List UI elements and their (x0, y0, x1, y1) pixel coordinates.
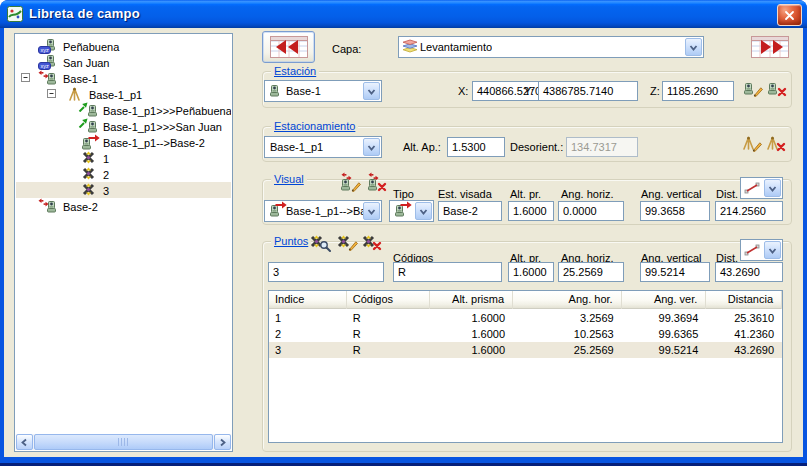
layers-icon (402, 39, 420, 55)
puntos-ang-vertical-field[interactable]: 99.5214 (640, 262, 710, 282)
visual-combobox[interactable]: Base-1_p1-->Base-2 (264, 200, 382, 222)
tree-item-label: Base-1_p1 (89, 87, 142, 103)
estacionamiento-dropdown-button[interactable] (363, 138, 380, 156)
station-green-arrow-icon (78, 102, 101, 118)
column-header-alt-prisma[interactable]: Alt. prisma (430, 291, 513, 309)
tree-item-san-juan[interactable]: xyzSan Juan (16, 54, 231, 70)
tree-item-label: Base-1_p1>>>San Juan (103, 119, 222, 135)
table-cell: 99.6365 (622, 326, 707, 342)
tree-item-3[interactable]: 3 (16, 182, 231, 198)
table-cell: 25.2569 (513, 342, 622, 358)
puntos-alt-pr-field[interactable]: 1.6000 (508, 262, 554, 282)
column-header-indice[interactable]: Indice (269, 291, 347, 309)
expander-minus-icon[interactable] (47, 89, 56, 98)
desorient-label: Desorient.: (510, 141, 563, 153)
puntos-dist-type-combobox[interactable] (740, 239, 783, 261)
desorient-field: 134.7317 (566, 137, 638, 157)
find-point-button[interactable] (310, 235, 334, 254)
column-header-ang-ver[interactable]: Ang. ver. (622, 291, 707, 309)
next-station-button[interactable] (747, 32, 793, 62)
estacion-combobox[interactable]: Base-1 (264, 80, 382, 102)
y-label: Y: (524, 85, 534, 97)
edit-station-button[interactable] (742, 81, 766, 100)
delete-estacionamiento-button[interactable] (766, 136, 790, 155)
visual-dropdown-button[interactable] (363, 202, 380, 220)
edit-estacionamiento-button[interactable] (742, 136, 766, 155)
tipo-combobox[interactable] (389, 200, 434, 222)
tree-item-base-1-p1-pe-abuena[interactable]: Base-1_p1>>>Peñabuena (16, 102, 231, 118)
table-cell: 10.2563 (513, 326, 622, 342)
station-icon (268, 83, 286, 99)
delete-station-button[interactable] (766, 81, 790, 100)
column-header-c-digos[interactable]: Códigos (347, 291, 431, 309)
slope-distance-icon (744, 182, 760, 194)
table-row[interactable]: 2R1.600010.256399.636541.2360 (269, 326, 782, 342)
tree-item-base-1[interactable]: Base-1 (16, 70, 231, 86)
delete-point-button[interactable] (362, 235, 386, 254)
tree-item-base-1-p1-san-juan[interactable]: Base-1_p1>>>San Juan (16, 118, 231, 134)
tree-item-label: Peñabuena (63, 39, 119, 55)
estacion-group-label: Estación (271, 65, 319, 77)
tree-item-base-2[interactable]: Base-2 (16, 198, 231, 214)
puntos-dist-type-dropdown-button[interactable] (764, 241, 781, 259)
y-field[interactable]: 4386785.7140 (538, 81, 638, 101)
scroll-left-button[interactable] (16, 434, 33, 450)
table-cell: 25.3610 (706, 310, 782, 326)
z-field[interactable]: 1185.2690 (662, 81, 734, 101)
edit-point-button[interactable] (337, 235, 361, 254)
pencil-icon (752, 86, 764, 98)
pencil-icon (347, 240, 359, 252)
tree-item-2[interactable]: 2 (16, 166, 231, 182)
puntos-ang-horiz-field[interactable]: 25.2569 (558, 262, 624, 282)
column-header-distancia[interactable]: Distancia (706, 291, 782, 309)
table-cell: 3 (269, 342, 347, 358)
svg-text:xyz: xyz (40, 63, 49, 69)
tree-horizontal-scrollbar[interactable] (16, 434, 231, 450)
visual-dist-type-combobox[interactable] (740, 177, 783, 199)
x-label: X: (458, 85, 468, 97)
scroll-right-button[interactable] (214, 434, 231, 450)
prism-icon (78, 166, 101, 182)
tree-item-1[interactable]: 1 (16, 150, 231, 166)
table-row[interactable]: 3R1.600025.256999.521443.2690 (269, 342, 782, 358)
estacionamiento-combobox[interactable]: Base-1_p1 (264, 136, 382, 158)
tree-item-label: Base-2 (63, 199, 98, 215)
capa-label: Capa: (332, 43, 361, 55)
chevron-down-icon (367, 87, 376, 96)
table-row[interactable]: 1R1.60003.256999.369425.3610 (269, 310, 782, 326)
visual-ang-vertical-field[interactable]: 99.3658 (640, 201, 710, 221)
prism-icon (78, 182, 101, 198)
app-icon (7, 6, 23, 22)
tree-item-label: 1 (103, 151, 109, 167)
visual-alt-pr-label: Alt. pr. (510, 188, 541, 200)
scrollbar-thumb[interactable] (34, 434, 213, 450)
column-header-ang-hor[interactable]: Ang. hor. (513, 291, 622, 309)
previous-station-button[interactable] (262, 31, 315, 63)
delete-visual-button[interactable] (366, 174, 390, 193)
visual-dist-type-dropdown-button[interactable] (764, 179, 781, 197)
estacion-dropdown-button[interactable] (363, 82, 380, 100)
edit-visual-button[interactable] (339, 174, 363, 193)
window-titlebar[interactable]: Libreta de campo (0, 0, 807, 28)
visual-dist-field[interactable]: 214.2560 (715, 201, 783, 221)
est-visada-field[interactable]: Base-2 (438, 201, 502, 221)
table-cell: 1.6000 (430, 326, 513, 342)
expander-minus-icon[interactable] (21, 73, 30, 82)
tree-item-base-1-p1[interactable]: Base-1_p1 (16, 86, 231, 102)
puntos-dist-field[interactable]: 43.2690 (715, 262, 783, 282)
estacion-combobox-value: Base-1 (286, 85, 321, 97)
alt-ap-field[interactable]: 1.5300 (447, 137, 505, 157)
visual-ang-horiz-field[interactable]: 0.0000 (558, 201, 624, 221)
tree-item-base-1-p1-base-2[interactable]: Base-1_p1-->Base-2 (16, 134, 231, 150)
capa-combobox[interactable]: Levantamiento (398, 36, 704, 58)
tree-item-pe-abuena[interactable]: xyzPeñabuena (16, 38, 231, 54)
punto-field[interactable]: 3 (268, 262, 384, 282)
tipo-dropdown-button[interactable] (415, 202, 432, 220)
codigos-field[interactable]: R (393, 262, 502, 282)
close-button[interactable] (777, 4, 802, 26)
capa-combobox-value: Levantamiento (420, 41, 492, 53)
visual-alt-pr-field[interactable]: 1.6000 (508, 201, 554, 221)
capa-dropdown-button[interactable] (685, 38, 702, 56)
est-visada-label: Est. visada (438, 188, 492, 200)
station-arrow-icon (393, 203, 411, 219)
